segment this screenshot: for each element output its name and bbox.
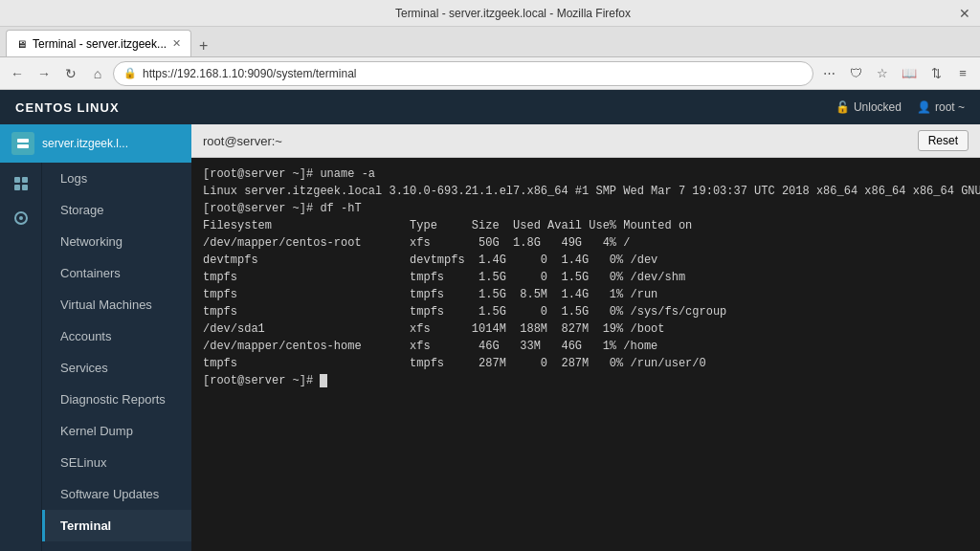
tab-favicon: 🖥 <box>16 38 27 50</box>
sidebar-icon-dashboard[interactable] <box>2 166 40 201</box>
sidebar-item-storage[interactable]: Storage <box>42 194 191 226</box>
terminal-toolbar: root@server:~ Reset <box>191 124 980 158</box>
terminal-line: [root@server ~]# df -hT <box>203 202 362 215</box>
svg-rect-4 <box>14 185 20 190</box>
bookmark-button[interactable]: ☆ <box>871 62 894 85</box>
window-close-button[interactable]: ✕ <box>959 6 970 21</box>
sidebar-nav: LogsStorageNetworkingContainersVirtual M… <box>42 163 191 551</box>
terminal-line: devtmpfs devtmpfs 1.4G 0 1.4G 0% /dev <box>203 253 657 267</box>
main-panel: root@server:~ Reset [root@server ~]# una… <box>191 124 980 551</box>
terminal-prompt: [root@server ~]# <box>203 374 320 387</box>
sidebar-item-selinux[interactable]: SELinux <box>42 447 191 478</box>
topbar-right: 🔓 Unlocked 👤 root ~ <box>835 100 965 114</box>
app-brand: CENTOS LINUX <box>15 100 120 115</box>
forward-button[interactable]: → <box>33 62 56 85</box>
window-title: Terminal - server.itzgeek.local - Mozill… <box>67 7 959 20</box>
nav-icons: ⋯ 🛡 ☆ 📖 ⇅ ≡ <box>817 62 974 85</box>
sidebar-item-containers[interactable]: Containers <box>42 257 191 289</box>
terminal-line: /dev/sda1 xfs 1014M 188M 827M 19% /boot <box>203 322 664 336</box>
terminal-line: tmpfs tmpfs 287M 0 287M 0% /run/user/0 <box>203 357 706 370</box>
svg-rect-0 <box>17 139 29 143</box>
sidebar-icon-strip <box>0 163 42 551</box>
user-menu-button[interactable]: 👤 root ~ <box>917 100 965 114</box>
reset-button[interactable]: Reset <box>918 130 969 151</box>
sidebar-item-virtual-machines[interactable]: Virtual Machines <box>42 289 191 320</box>
window-titlebar: Terminal - server.itzgeek.local - Mozill… <box>0 0 980 27</box>
url-bar[interactable]: 🔒 https://192.168.1.10:9090/system/termi… <box>113 61 813 86</box>
app-body: server.itzgeek.l... LogsStorageNetworkin… <box>0 124 980 551</box>
tab-label: Terminal - server.itzgeek... <box>33 37 167 51</box>
browser-menu-button[interactable]: ≡ <box>951 62 974 85</box>
terminal-line: /dev/mapper/centos-root xfs 50G 1.8G 49G… <box>203 236 630 250</box>
svg-point-7 <box>19 216 23 220</box>
terminal-line: Linux server.itzgeek.local 3.10.0-693.21… <box>203 185 980 198</box>
terminal-line: tmpfs tmpfs 1.5G 0 1.5G 0% /sys/fs/cgrou… <box>203 305 726 319</box>
sidebar-item-accounts[interactable]: Accounts <box>42 320 191 352</box>
secure-icon: 🔒 <box>123 67 137 79</box>
url-text: https://192.168.1.10:9090/system/termina… <box>143 67 356 80</box>
app-topbar: CENTOS LINUX 🔓 Unlocked 👤 root ~ <box>0 90 980 124</box>
sidebar-server[interactable]: server.itzgeek.l... <box>0 124 191 163</box>
sidebar-item-software-updates[interactable]: Software Updates <box>42 478 191 510</box>
unlock-label: Unlocked <box>854 100 902 114</box>
sidebar-item-diagnostic-reports[interactable]: Diagnostic Reports <box>42 384 191 415</box>
shield-button[interactable]: 🛡 <box>844 62 867 85</box>
app-container: CENTOS LINUX 🔓 Unlocked 👤 root ~ server.… <box>0 90 980 551</box>
unlock-button[interactable]: 🔓 Unlocked <box>835 100 902 114</box>
tab-bar: 🖥 Terminal - server.itzgeek... ✕ + <box>0 27 980 57</box>
home-button[interactable]: ⌂ <box>86 62 109 85</box>
terminal-path: root@server:~ <box>203 134 282 148</box>
user-icon: 👤 <box>917 100 931 114</box>
nav-bar: ← → ↻ ⌂ 🔒 https://192.168.1.10:9090/syst… <box>0 57 980 90</box>
terminal-cursor <box>320 374 327 387</box>
sidebar: server.itzgeek.l... LogsStorageNetworkin… <box>0 124 191 551</box>
lock-icon: 🔓 <box>835 100 850 114</box>
sync-button[interactable]: ⇅ <box>924 62 947 85</box>
sidebar-item-networking[interactable]: Networking <box>42 226 191 257</box>
sidebar-item-logs[interactable]: Logs <box>42 163 191 194</box>
sidebar-item-kernel-dump[interactable]: Kernel Dump <box>42 415 191 447</box>
terminal-line: [root@server ~]# uname -a <box>203 167 375 181</box>
svg-rect-2 <box>14 177 20 183</box>
sidebar-item-terminal[interactable]: Terminal <box>42 510 191 541</box>
server-name: server.itzgeek.l... <box>42 137 128 150</box>
terminal-line: /dev/mapper/centos-home xfs 46G 33M 46G … <box>203 340 657 353</box>
terminal-line: Filesystem Type Size Used Avail Use% Mou… <box>203 219 692 232</box>
terminal-line: tmpfs tmpfs 1.5G 8.5M 1.4G 1% /run <box>203 288 657 301</box>
terminal-output[interactable]: [root@server ~]# uname -a Linux server.i… <box>191 158 980 551</box>
refresh-button[interactable]: ↻ <box>59 62 82 85</box>
svg-rect-3 <box>22 177 28 183</box>
back-button[interactable]: ← <box>6 62 29 85</box>
new-tab-button[interactable]: + <box>191 35 215 56</box>
terminal-line: tmpfs tmpfs 1.5G 0 1.5G 0% /dev/shm <box>203 271 685 284</box>
overflow-menu-button[interactable]: ⋯ <box>817 62 840 85</box>
svg-rect-5 <box>22 185 28 190</box>
sidebar-item-services[interactable]: Services <box>42 352 191 384</box>
reading-list-button[interactable]: 📖 <box>898 62 921 85</box>
server-icon <box>11 132 34 155</box>
user-label: root ~ <box>935 100 965 114</box>
tab-close-button[interactable]: ✕ <box>172 37 181 50</box>
sidebar-icon-tools[interactable] <box>2 201 40 235</box>
svg-rect-1 <box>17 144 29 148</box>
browser-tab[interactable]: 🖥 Terminal - server.itzgeek... ✕ <box>6 30 191 56</box>
